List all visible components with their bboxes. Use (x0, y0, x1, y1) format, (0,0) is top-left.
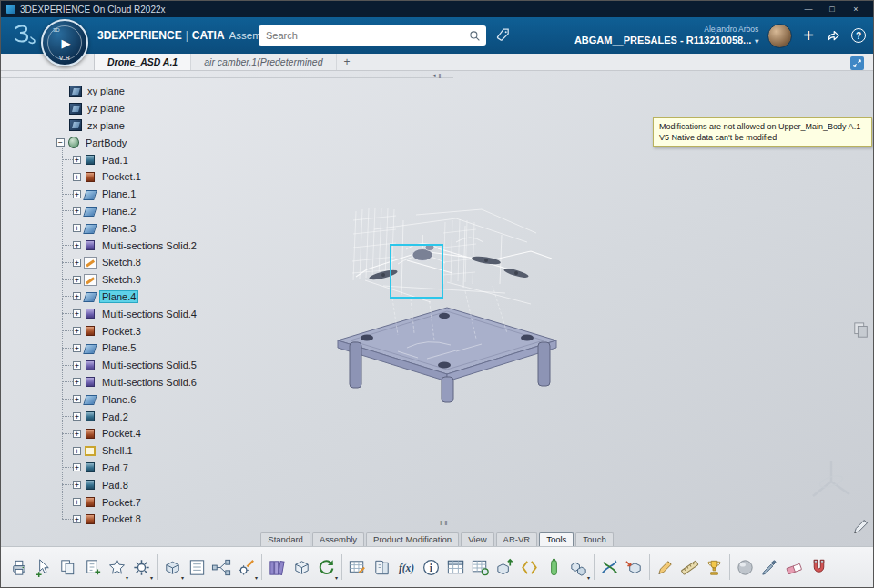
color-picker-icon[interactable] (757, 552, 782, 583)
search-icon[interactable] (469, 30, 481, 42)
user-avatar[interactable] (767, 24, 792, 48)
knowledge-book-icon[interactable] (370, 552, 394, 583)
component-boxes-icon[interactable]: ▾ (566, 552, 591, 583)
tree-expander-plus-icon[interactable]: + (73, 515, 81, 523)
tree-expander-plus-icon[interactable]: + (73, 241, 81, 249)
tree-item-sketch-9[interactable]: +Sketch.9 (54, 271, 318, 289)
tree-item-pad-8[interactable]: +Pad.8 (54, 476, 318, 493)
tree-item-xy-plane[interactable]: xy plane (54, 83, 318, 100)
tree-item-multi-sections-solid-5[interactable]: +Multi-sections Solid.5 (54, 357, 318, 374)
help-icon[interactable]: ? (851, 28, 866, 43)
tree-item-pad-1[interactable]: +Pad.1 (54, 151, 318, 168)
print-icon[interactable] (6, 552, 31, 583)
selection-sets-icon[interactable] (31, 552, 56, 583)
ribbon-tab-standard[interactable]: Standard (260, 532, 310, 546)
new-tab-button[interactable]: + (337, 54, 358, 70)
tree-expander-plus-icon[interactable]: + (73, 430, 81, 438)
viewport-splitter-handle[interactable]: ‖‖ (440, 519, 450, 527)
annotation-pencil-icon[interactable] (653, 552, 677, 583)
insert-existing-icon[interactable]: ▾ (160, 552, 185, 583)
tree-expander-plus-icon[interactable]: + (73, 463, 81, 471)
expression-brackets-icon[interactable] (517, 552, 542, 583)
new-content-icon[interactable] (80, 552, 105, 583)
ribbon-tab-ar-vr[interactable]: AR-VR (496, 532, 538, 546)
edit-parameters-icon[interactable]: ▾ (234, 552, 259, 583)
collapse-tree-icon[interactable]: ◂ (432, 72, 436, 79)
tree-expander-plus-icon[interactable]: + (73, 361, 81, 370)
tree-item-pocket-7[interactable]: +Pocket.7 (54, 493, 318, 511)
formula-fx-icon[interactable]: f(x) (394, 552, 419, 583)
tree-item-pad-2[interactable]: +Pad.2 (54, 408, 318, 425)
tree-item-zx-plane[interactable]: zx plane (54, 117, 318, 135)
measure-ruler-icon[interactable] (677, 552, 702, 583)
tree-item-plane-5[interactable]: +Plane.5 (54, 340, 318, 357)
tree-expander-plus-icon[interactable]: + (73, 447, 81, 455)
tree-expander-plus-icon[interactable]: + (73, 378, 81, 386)
close-icon[interactable]: × (844, 1, 868, 17)
import-box-icon[interactable] (622, 552, 646, 583)
layers-icon[interactable] (853, 319, 869, 341)
tree-expander-plus-icon[interactable]: + (73, 344, 81, 352)
tree-item-pocket-4[interactable]: +Pocket.4 (54, 425, 318, 442)
tree-expander-plus-icon[interactable]: + (73, 395, 81, 403)
tree-item-multi-sections-solid-4[interactable]: +Multi-sections Solid.4 (54, 305, 318, 322)
doc-tab-air-camber-1-predetermined[interactable]: air camber.1(Predetermined (191, 54, 336, 70)
minimize-icon[interactable]: — (797, 1, 820, 17)
tree-expander-plus-icon[interactable]: + (73, 156, 81, 164)
ribbon-tab-product-modification[interactable]: Product Modification (366, 532, 459, 546)
tenant-selector[interactable]: ABGAM__PRESALES - R113210058...▾ (574, 35, 758, 46)
tree-expander-plus-icon[interactable]: + (73, 207, 81, 215)
material-sphere-icon[interactable] (733, 552, 757, 583)
award-trophy-icon[interactable] (702, 552, 727, 583)
viewport-3d[interactable] (320, 197, 574, 420)
eraser-icon[interactable] (782, 552, 807, 583)
tree-item-plane-4[interactable]: +Plane.4 (54, 289, 318, 306)
tree-expander-plus-icon[interactable]: + (73, 259, 81, 267)
3ds-logo[interactable] (8, 23, 37, 48)
bounding-box-icon[interactable] (290, 552, 314, 583)
table-icon[interactable] (443, 552, 468, 583)
parameter-table-icon[interactable] (468, 552, 493, 583)
ribbon-tab-touch[interactable]: Touch (575, 532, 613, 546)
battery-level-icon[interactable] (542, 552, 566, 583)
update-refresh-icon[interactable]: ▾ (314, 552, 339, 583)
ribbon-tab-tools[interactable]: Tools (539, 532, 574, 546)
tree-item-sketch-8[interactable]: +Sketch.8 (54, 254, 318, 271)
tree-expander-plus-icon[interactable]: + (73, 190, 81, 198)
tree-item-pad-7[interactable]: +Pad.7 (54, 460, 318, 477)
tree-item-pocket-1[interactable]: +Pocket.1 (54, 168, 318, 186)
catalog-binder-icon[interactable] (265, 552, 290, 583)
restore-layout-icon[interactable] (850, 56, 864, 70)
tree-expander-plus-icon[interactable]: + (73, 327, 81, 335)
exchange-arrows-icon[interactable] (597, 552, 622, 583)
tree-item-plane-6[interactable]: +Plane.6 (54, 390, 318, 408)
tree-expander-plus-icon[interactable]: + (73, 173, 81, 181)
tree-item-multi-sections-solid-2[interactable]: +Multi-sections Solid.2 (54, 237, 318, 254)
favorites-icon[interactable]: ▾ (105, 552, 129, 583)
tree-expander-plus-icon[interactable]: + (73, 224, 81, 232)
tree-item-partbody[interactable]: −PartBody (54, 134, 318, 151)
ribbon-tab-assembly[interactable]: Assembly (312, 532, 364, 546)
information-icon[interactable]: i (419, 552, 443, 583)
tree-expander-plus-icon[interactable]: + (73, 498, 81, 506)
tree-item-plane-3[interactable]: +Plane.3 (54, 219, 318, 237)
add-content-icon[interactable]: + (801, 26, 816, 45)
tag-icon[interactable] (495, 27, 511, 43)
tree-item-plane-1[interactable]: +Plane.1 (54, 186, 318, 203)
maximize-icon[interactable]: □ (820, 1, 844, 17)
tree-item-yz-plane[interactable]: yz plane (54, 100, 318, 117)
tree-item-pocket-3[interactable]: +Pocket.3 (54, 322, 318, 340)
3d-compass[interactable]: 3D ▶ V.R (41, 19, 88, 66)
export-box-icon[interactable] (493, 552, 517, 583)
tree-expander-plus-icon[interactable]: + (73, 481, 81, 489)
view-axis-triad[interactable] (804, 454, 859, 507)
ribbon-tab-view[interactable]: View (461, 532, 493, 546)
tree-item-pocket-8[interactable]: +Pocket.8 (54, 511, 318, 528)
tree-expander-minus-icon[interactable]: − (56, 138, 65, 147)
paste-format-icon[interactable] (56, 552, 80, 583)
share-icon[interactable] (825, 28, 842, 44)
tree-expander-plus-icon[interactable]: + (73, 292, 81, 300)
search-input[interactable] (259, 30, 469, 41)
tree-splitter-handle[interactable]: ◂‖ (432, 72, 441, 79)
tree-expander-plus-icon[interactable]: + (73, 309, 81, 318)
